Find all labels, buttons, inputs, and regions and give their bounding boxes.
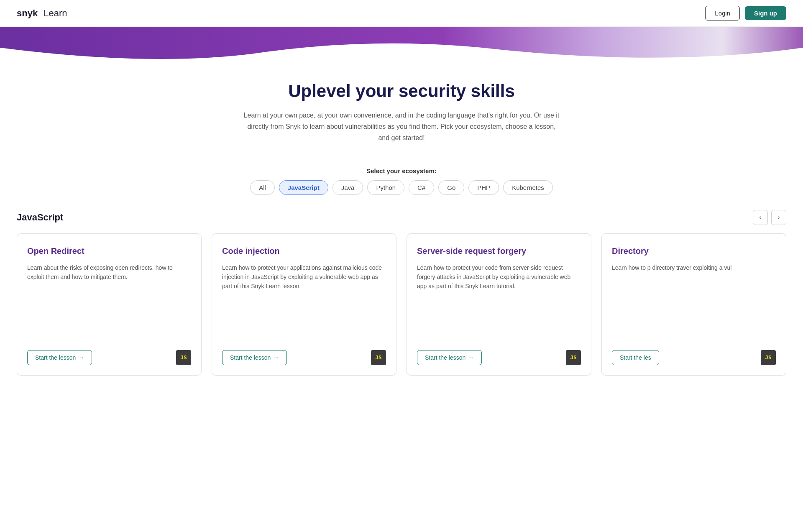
card-desc-open-redirect: Learn about the risks of exposing open r… — [27, 263, 191, 340]
card-footer-ssrf: Start the lesson →JS — [417, 350, 581, 365]
cards-section: JavaScript ‹ › Open RedirectLearn about … — [0, 210, 803, 401]
card-footer-open-redirect: Start the lesson →JS — [27, 350, 191, 365]
hero-description: Learn at your own pace, at your own conv… — [243, 110, 560, 144]
js-badge-directory: JS — [761, 350, 776, 365]
card-code-injection: Code injectionLearn how to protect your … — [212, 233, 396, 376]
logo-snyk: snyk — [17, 8, 38, 19]
card-footer-directory: Start the les →JS — [612, 350, 776, 365]
hero-section: Uplevel your security skills Learn at yo… — [0, 64, 803, 167]
header-actions: Login Sign up — [705, 6, 786, 20]
ecosystem-section: Select your ecosystem: AllJavaScriptJava… — [0, 167, 803, 195]
pill-java[interactable]: Java — [332, 180, 363, 195]
next-arrow[interactable]: › — [771, 210, 786, 225]
card-directory: DirectoryLearn how to p directory traver… — [601, 233, 786, 376]
card-ssrf: Server-side request forgeryLearn how to … — [407, 233, 591, 376]
ecosystem-label: Select your ecosystem: — [0, 167, 803, 174]
cards-grid: Open RedirectLearn about the risks of ex… — [17, 233, 786, 376]
pill-csharp[interactable]: C# — [409, 180, 434, 195]
start-lesson-button-code-injection[interactable]: Start the lesson → — [222, 350, 287, 365]
card-title-code-injection: Code injection — [222, 246, 386, 256]
start-lesson-button-ssrf[interactable]: Start the lesson → — [417, 350, 482, 365]
js-badge-code-injection: JS — [371, 350, 386, 365]
wave-banner — [0, 27, 803, 64]
card-desc-code-injection: Learn how to protect your applications a… — [222, 263, 386, 340]
card-title-open-redirect: Open Redirect — [27, 246, 191, 256]
section-title: JavaScript — [17, 212, 63, 223]
logo: snyk Learn — [17, 8, 67, 19]
card-title-directory: Directory — [612, 246, 776, 256]
pill-go[interactable]: Go — [438, 180, 464, 195]
prev-arrow[interactable]: ‹ — [753, 210, 768, 225]
pill-python[interactable]: Python — [367, 180, 404, 195]
card-title-ssrf: Server-side request forgery — [417, 246, 581, 256]
card-desc-ssrf: Learn how to protect your code from serv… — [417, 263, 581, 340]
logo-learn: Learn — [43, 8, 67, 19]
cards-header: JavaScript ‹ › — [17, 210, 786, 225]
js-badge-ssrf: JS — [566, 350, 581, 365]
pill-kubernetes[interactable]: Kubernetes — [503, 180, 553, 195]
js-badge-open-redirect: JS — [176, 350, 191, 365]
nav-arrows: ‹ › — [753, 210, 786, 225]
start-lesson-button-open-redirect[interactable]: Start the lesson → — [27, 350, 92, 365]
signup-button[interactable]: Sign up — [745, 6, 786, 20]
card-open-redirect: Open RedirectLearn about the risks of ex… — [17, 233, 202, 376]
pill-php[interactable]: PHP — [468, 180, 499, 195]
hero-title: Uplevel your security skills — [8, 81, 795, 101]
login-button[interactable]: Login — [705, 6, 740, 20]
header: snyk Learn Login Sign up — [0, 0, 803, 27]
card-desc-directory: Learn how to p directory traver exploiti… — [612, 263, 776, 340]
start-lesson-button-directory[interactable]: Start the les → — [612, 350, 659, 365]
card-footer-code-injection: Start the lesson →JS — [222, 350, 386, 365]
pill-all[interactable]: All — [250, 180, 275, 195]
ecosystem-pills: AllJavaScriptJavaPythonC#GoPHPKubernetes — [0, 180, 803, 195]
pill-javascript[interactable]: JavaScript — [279, 180, 328, 195]
